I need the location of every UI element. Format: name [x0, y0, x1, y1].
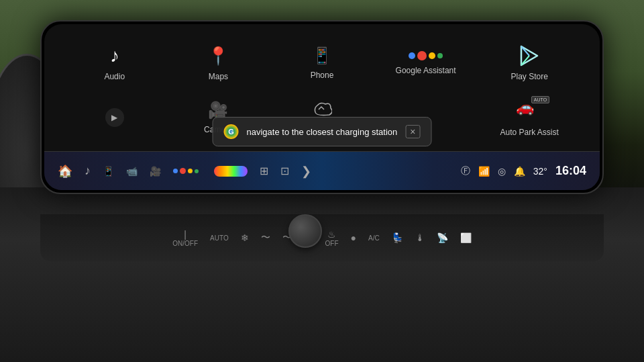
notification-popup: G navigate to the closest charging stati…: [213, 117, 432, 146]
ctrl-defrost-rear[interactable]: ❄: [237, 230, 252, 245]
app-blank1: ▶: [64, 92, 165, 143]
taskbar-chevron-icon[interactable]: ❯: [301, 164, 311, 179]
ctrl-extra[interactable]: ⬜: [457, 230, 475, 245]
location-status-icon: ◎: [498, 166, 506, 177]
taskbar-home-icon[interactable]: 🏠: [58, 164, 72, 179]
ctrl-on-off[interactable]: |ON/OFF: [169, 227, 201, 249]
ctrl-auto[interactable]: AUTO: [207, 232, 232, 244]
phone-icon: 📱: [312, 46, 332, 65]
audio-label: Audio: [104, 72, 125, 81]
notification-google-icon: G: [224, 124, 239, 139]
ctrl-fan-left[interactable]: 〜: [258, 230, 274, 246]
taskbar-rainbow-bar: [214, 166, 248, 177]
taskbar-assistant-dots[interactable]: [173, 168, 199, 174]
alert-status-icon: 🔔: [514, 166, 525, 177]
app-maps[interactable]: 📍 Maps: [168, 38, 269, 89]
app-play-store[interactable]: Play Store: [479, 38, 580, 89]
temperature-display: 32°: [533, 166, 547, 177]
time-display: 16:04: [555, 164, 586, 178]
taskbar-camera-icon[interactable]: 🎥: [150, 166, 161, 177]
taskbar-video-icon[interactable]: 📹: [126, 166, 138, 177]
ctrl-radio[interactable]: 📡: [433, 230, 451, 245]
volume-knob-area: [288, 214, 322, 248]
taskbar-status-area: Ⓕ 📶 ◎ 🔔 32° 16:04: [461, 164, 586, 178]
notification-close-button[interactable]: ×: [405, 125, 420, 138]
ctrl-center[interactable]: ●: [347, 230, 360, 245]
notification-text: navigate to the closest charging station: [247, 127, 398, 137]
taskbar-apps-icon[interactable]: ⊞: [260, 165, 268, 177]
taskbar-phone-icon[interactable]: 📱: [103, 166, 114, 177]
google-assistant-icon: [409, 51, 443, 60]
play-store-label: Play Store: [511, 72, 548, 81]
play-store-icon: [519, 45, 540, 66]
auto-park-assist-label: Auto Park Assist: [500, 128, 559, 137]
app-phone[interactable]: 📱 Phone: [272, 38, 372, 89]
app-auto-park-assist[interactable]: 🚗 AUTO Auto Park Assist: [479, 92, 580, 143]
app-audio[interactable]: ♪ Audio: [64, 38, 165, 89]
maps-label: Maps: [209, 72, 228, 81]
infotainment-screen: ♪ Audio 📍 Maps 📱 Phone Google Assistant: [44, 24, 600, 190]
app-google-assistant[interactable]: Google Assistant: [376, 38, 476, 89]
taskbar: 🏠 ♪ 📱 📹 🎥 ⊞ ⊡ ❯ Ⓕ 📶 ◎ 🔔 32° 16:0: [44, 151, 600, 190]
volume-knob[interactable]: [288, 214, 322, 248]
ctrl-heat-off[interactable]: ♨OFF: [322, 227, 342, 249]
phone-label: Phone: [311, 71, 334, 80]
maps-icon: 📍: [207, 46, 229, 66]
ctrl-ac[interactable]: A/C: [365, 232, 383, 244]
infotainment-display-frame: ♪ Audio 📍 Maps 📱 Phone Google Assistant: [40, 20, 604, 194]
auto-park-icon: 🚗 AUTO: [516, 99, 543, 122]
ctrl-seat[interactable]: 💺: [388, 230, 407, 245]
radio-status-icon: Ⓕ: [461, 165, 470, 177]
audio-icon: ♪: [110, 45, 119, 66]
google-assistant-label: Google Assistant: [396, 66, 456, 75]
taskbar-music-icon[interactable]: ♪: [85, 164, 91, 178]
play-button-icon: ▶: [105, 108, 124, 127]
dashboard-bottom: [0, 187, 644, 362]
taskbar-grid-icon[interactable]: ⊡: [280, 165, 289, 177]
ctrl-temp-right[interactable]: 🌡: [412, 230, 428, 245]
signal-status-icon: 📶: [478, 166, 490, 177]
physical-controls-bar: |ON/OFF AUTO ❄ 〜 〜 ▲ ♨OFF ● A/C 💺 🌡 📡 ⬜: [40, 214, 604, 261]
